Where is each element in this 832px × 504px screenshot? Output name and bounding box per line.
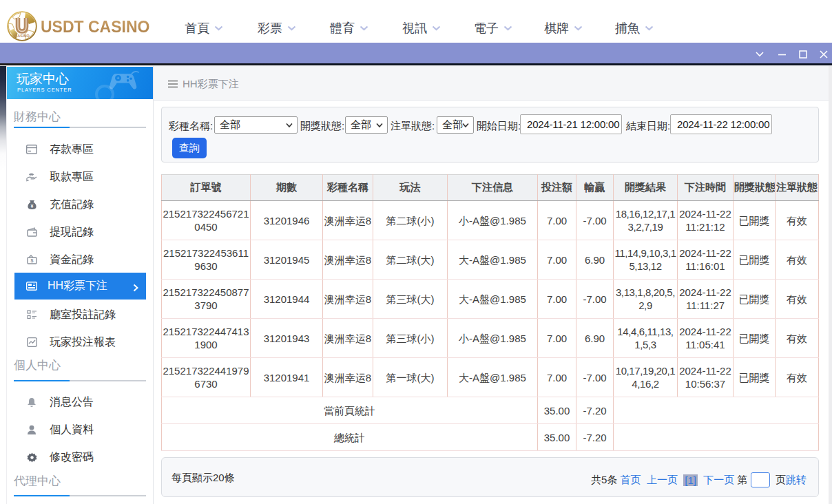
svg-text:¥: ¥ <box>30 203 33 208</box>
svg-text:CASINO: CASINO <box>14 34 30 38</box>
svg-text:$: $ <box>30 258 33 264</box>
